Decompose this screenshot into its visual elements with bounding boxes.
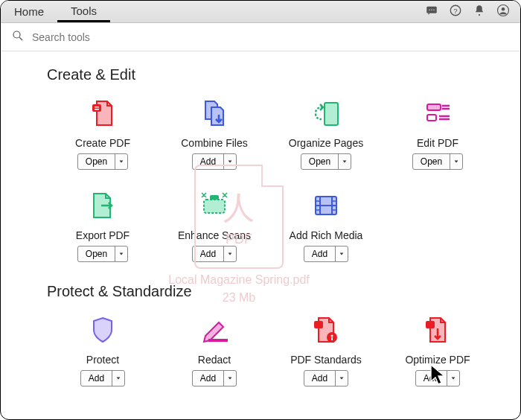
organize-pages-icon xyxy=(308,95,344,131)
tool-action-label[interactable]: Add xyxy=(193,154,224,169)
svg-point-3 xyxy=(433,9,435,10)
svg-rect-16 xyxy=(427,115,436,121)
tool-label: Edit PDF xyxy=(417,137,458,149)
bell-icon[interactable] xyxy=(473,4,486,20)
chevron-down-icon[interactable] xyxy=(115,154,127,169)
shield-icon xyxy=(85,312,121,348)
top-bar-icons: ? xyxy=(425,4,520,20)
tool-action-button[interactable]: Add xyxy=(304,246,348,262)
tool-action-button[interactable]: Open xyxy=(412,153,463,170)
tool-grid-0: Create PDFOpenCombine FilesAddOrganize P… xyxy=(1,95,520,280)
tool-action-label[interactable]: Open xyxy=(301,154,339,169)
tool-action-label[interactable]: Add xyxy=(81,371,112,386)
tool-action-button[interactable]: Open xyxy=(77,153,128,170)
tool-label: PDF Standards xyxy=(290,354,362,366)
tab-tools[interactable]: Tools xyxy=(57,1,110,22)
svg-point-2 xyxy=(431,9,432,10)
create-pdf-icon xyxy=(85,95,121,131)
tool-label: Organize Pages xyxy=(289,137,363,149)
svg-rect-35 xyxy=(331,337,333,340)
svg-point-1 xyxy=(429,9,430,10)
tool-action-button[interactable]: Add xyxy=(192,370,237,386)
help-icon[interactable]: ? xyxy=(449,4,462,20)
chevron-down-icon[interactable] xyxy=(336,371,348,386)
chevron-down-icon[interactable] xyxy=(115,246,127,261)
chevron-down-icon[interactable] xyxy=(450,154,462,169)
tool-action-label[interactable]: Add xyxy=(416,371,447,386)
tool-action-button[interactable]: Add xyxy=(80,370,125,386)
search-bar xyxy=(1,23,520,51)
tool-organize-pages[interactable]: Organize PagesOpen xyxy=(270,95,382,170)
tool-combine-files[interactable]: Combine FilesAdd xyxy=(159,95,270,170)
edit-pdf-icon xyxy=(420,95,456,131)
svg-point-34 xyxy=(331,335,333,337)
pdf-standards-icon xyxy=(308,312,344,348)
combine-files-icon xyxy=(196,95,232,131)
tool-add-rich-media[interactable]: Add Rich MediaAdd xyxy=(270,188,382,262)
tool-action-label[interactable]: Add xyxy=(304,371,336,386)
svg-rect-14 xyxy=(325,103,338,125)
svg-rect-22 xyxy=(210,195,219,200)
svg-point-9 xyxy=(13,31,20,38)
tool-label: Combine Files xyxy=(181,137,247,149)
tool-label: Add Rich Media xyxy=(290,229,363,241)
tool-action-button[interactable]: Add xyxy=(192,153,237,170)
tool-action-button[interactable]: Open xyxy=(77,246,128,262)
svg-point-8 xyxy=(502,7,505,10)
tool-export-pdf[interactable]: Export PDFOpen xyxy=(47,188,159,262)
tool-label: Enhance Scans xyxy=(178,229,251,241)
svg-rect-36 xyxy=(426,321,435,328)
chevron-down-icon[interactable] xyxy=(224,246,236,261)
tool-redact[interactable]: RedactAdd xyxy=(159,312,270,386)
tool-label: Redact xyxy=(198,354,231,366)
svg-point-6 xyxy=(479,13,480,15)
top-tabs: Home Tools xyxy=(1,1,110,22)
chevron-down-icon[interactable] xyxy=(224,154,236,169)
svg-line-10 xyxy=(19,37,22,40)
chevron-down-icon[interactable] xyxy=(112,371,124,386)
tool-label: Export PDF xyxy=(76,229,130,241)
profile-icon[interactable] xyxy=(496,4,510,20)
optimize-pdf-icon xyxy=(420,312,456,348)
tab-home[interactable]: Home xyxy=(1,1,57,22)
comments-icon[interactable] xyxy=(425,4,438,20)
svg-rect-21 xyxy=(204,200,225,213)
svg-rect-13 xyxy=(95,109,99,110)
tool-protect[interactable]: ProtectAdd xyxy=(47,312,159,386)
tool-create-pdf[interactable]: Create PDFOpen xyxy=(47,95,159,170)
tool-edit-pdf[interactable]: Edit PDFOpen xyxy=(382,95,493,170)
tool-action-label[interactable]: Open xyxy=(78,154,115,169)
tool-action-button[interactable]: Add xyxy=(192,246,237,262)
tool-action-button[interactable]: Add xyxy=(304,370,348,386)
tool-optimize-pdf[interactable]: Optimize PDFAdd xyxy=(382,312,493,386)
tool-label: Protect xyxy=(86,354,119,366)
chevron-down-icon[interactable] xyxy=(339,154,351,169)
chevron-down-icon[interactable] xyxy=(447,371,459,386)
search-input[interactable] xyxy=(32,31,255,43)
section-title-0: Create & Edit xyxy=(1,63,520,95)
tool-action-label[interactable]: Add xyxy=(304,246,336,261)
tool-action-label[interactable]: Add xyxy=(193,371,224,386)
tool-action-label[interactable]: Add xyxy=(193,246,224,261)
tool-action-label[interactable]: Open xyxy=(413,154,450,169)
top-bar: Home Tools ? xyxy=(1,1,520,23)
svg-rect-31 xyxy=(208,339,228,342)
tool-action-button[interactable]: Add xyxy=(415,370,460,386)
section-title-1: Protect & Standardize xyxy=(1,280,520,312)
tool-action-button[interactable]: Open xyxy=(301,153,351,170)
tool-pdf-standards[interactable]: PDF StandardsAdd xyxy=(270,312,382,386)
tool-label: Create PDF xyxy=(75,137,130,149)
svg-rect-11 xyxy=(92,104,101,112)
tool-enhance-scans[interactable]: Enhance ScansAdd xyxy=(159,188,270,262)
chevron-down-icon[interactable] xyxy=(336,246,348,261)
enhance-scans-icon xyxy=(196,188,232,223)
svg-text:?: ? xyxy=(453,6,458,14)
tool-label: Optimize PDF xyxy=(405,354,470,366)
export-pdf-icon xyxy=(85,188,121,223)
search-icon xyxy=(11,29,25,45)
svg-rect-12 xyxy=(95,106,99,108)
tool-action-label[interactable]: Open xyxy=(78,246,115,261)
chevron-down-icon[interactable] xyxy=(224,371,236,386)
svg-rect-15 xyxy=(427,104,441,110)
content-area: Create & Edit Create PDFOpenCombine File… xyxy=(1,51,520,419)
